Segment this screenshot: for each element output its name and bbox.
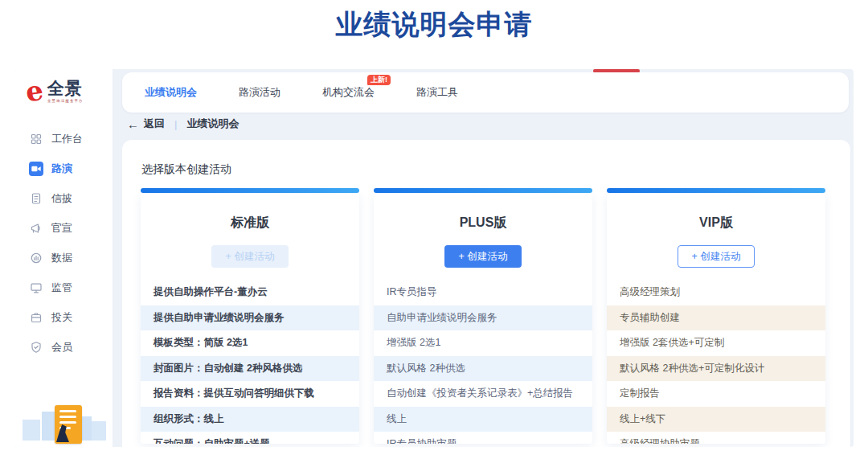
breadcrumb: ← 返回 | 业绩说明会 bbox=[127, 117, 239, 131]
sidebar-item-数据[interactable]: 数据 bbox=[14, 243, 113, 273]
feature-row: IR专员协助审题 bbox=[374, 432, 592, 444]
card-title: PLUS版 bbox=[374, 194, 592, 232]
create-activity-button-标准版: + 创建活动 bbox=[211, 245, 289, 268]
sidebar-item-label: 会员 bbox=[51, 340, 72, 354]
card-top-gradient-bar bbox=[374, 188, 592, 193]
card-body: 标准版+ 创建活动提供自助操作平台-董办云提供自助申请业绩说明会服务模板类型：简… bbox=[141, 194, 359, 444]
feature-row: 高级经理协助审题 bbox=[607, 432, 825, 444]
building-shape bbox=[92, 421, 106, 441]
new-badge: 上新! bbox=[367, 75, 391, 85]
feature-row: 自助申请业绩说明会服务 bbox=[374, 305, 592, 331]
monitor-icon bbox=[29, 281, 43, 295]
sidebar-item-路演[interactable]: 路演 bbox=[14, 154, 113, 183]
feature-row: 封面图片：自动创建 2种风格供选 bbox=[141, 356, 359, 382]
version-card-VIP版: VIP版+ 创建活动高级经理策划专员辅助创建增强版 2套供选+可定制默认风格 2… bbox=[607, 188, 825, 444]
card-title: 标准版 bbox=[141, 194, 359, 232]
sidebar-illustration bbox=[14, 397, 113, 447]
sidebar-item-label: 数据 bbox=[51, 251, 72, 265]
page-title: 业绩说明会申请 bbox=[0, 6, 868, 43]
feature-row: 提供自助操作平台-董办云 bbox=[141, 280, 359, 305]
nav-tab-机构交流会[interactable]: 机构交流会上新! bbox=[322, 85, 375, 100]
sidebar-item-信披[interactable]: 信披 bbox=[14, 183, 113, 213]
nav-tab-路演活动[interactable]: 路演活动 bbox=[239, 85, 280, 100]
sidebar: e 全景 全景路演服务平台 工作台路演信披官宣数据监管投关会员 bbox=[14, 69, 113, 447]
feature-row: 组织形式：线上 bbox=[141, 407, 359, 432]
sidebar-item-工作台[interactable]: 工作台 bbox=[14, 124, 113, 154]
nav-tab-路演工具[interactable]: 路演工具 bbox=[416, 85, 458, 100]
feature-row: 线上 bbox=[374, 407, 592, 432]
sidebar-item-label: 信披 bbox=[51, 191, 72, 206]
video-icon bbox=[29, 162, 43, 176]
feature-row: 默认风格 2种供选+可定制化设计 bbox=[607, 356, 825, 382]
nav-tab-业绩说明会[interactable]: 业绩说明会 bbox=[145, 85, 197, 100]
nav-tab-label: 路演工具 bbox=[416, 86, 458, 98]
feature-row: 模板类型：简版 2选1 bbox=[141, 330, 359, 356]
feature-rows: IR专员指导自助申请业绩说明会服务增强版 2选1默认风格 2种供选自动创建《投资… bbox=[374, 280, 592, 444]
feature-row: 专员辅助创建 bbox=[607, 305, 825, 331]
card-top-gradient-bar bbox=[141, 188, 359, 193]
card-top-gradient-bar bbox=[607, 188, 825, 193]
back-arrow-icon: ← bbox=[127, 117, 139, 131]
create-activity-button-VIP版[interactable]: + 创建活动 bbox=[678, 245, 755, 268]
sidebar-item-label: 官宣 bbox=[51, 221, 72, 236]
grid-icon bbox=[29, 132, 43, 146]
app-window: 业绩说明会路演活动机构交流会上新!路演工具 ← 返回 | 业绩说明会 选择版本创… bbox=[14, 69, 854, 447]
red-e-swirl-icon: e bbox=[24, 78, 45, 105]
breadcrumb-divider: | bbox=[174, 118, 177, 130]
section-title: 选择版本创建活动 bbox=[141, 162, 231, 177]
building-shape bbox=[82, 416, 92, 441]
sidebar-item-官宣[interactable]: 官宣 bbox=[14, 213, 113, 243]
feature-row: 互动问题：自助审题+送题 bbox=[141, 432, 359, 444]
logo-brand: 全景 bbox=[47, 79, 88, 98]
building-shape bbox=[42, 412, 55, 441]
version-card-标准版: 标准版+ 创建活动提供自助操作平台-董办云提供自助申请业绩说明会服务模板类型：简… bbox=[141, 188, 359, 444]
building-shape bbox=[23, 420, 40, 441]
document-icon bbox=[29, 191, 43, 206]
feature-row: 定制报告 bbox=[607, 381, 825, 407]
nav-tab-label: 机构交流会 bbox=[322, 86, 375, 98]
version-cards: 标准版+ 创建活动提供自助操作平台-董办云提供自助申请业绩说明会服务模板类型：简… bbox=[141, 188, 825, 444]
logo: e 全景 全景路演服务平台 bbox=[26, 79, 87, 103]
back-label: 返回 bbox=[144, 117, 165, 131]
feature-row: 自动创建《投资者关系记录表》+总结报告 bbox=[374, 381, 592, 407]
box-icon bbox=[29, 310, 43, 325]
feature-row: IR专员指导 bbox=[374, 280, 592, 305]
shield-icon bbox=[29, 340, 43, 354]
sidebar-item-投关[interactable]: 投关 bbox=[14, 302, 113, 332]
feature-rows: 高级经理策划专员辅助创建增强版 2套供选+可定制默认风格 2种供选+可定制化设计… bbox=[607, 280, 825, 444]
sidebar-item-label: 路演 bbox=[51, 162, 72, 176]
sidebar-item-label: 投关 bbox=[51, 310, 72, 325]
feature-row: 增强版 2套供选+可定制 bbox=[607, 330, 825, 356]
feature-row: 线上+线下 bbox=[607, 407, 825, 432]
feature-row: 默认风格 2种供选 bbox=[374, 356, 592, 382]
nav-tab-label: 业绩说明会 bbox=[145, 86, 197, 98]
logo-tagline: 全景路演服务平台 bbox=[47, 98, 84, 102]
breadcrumb-current: 业绩说明会 bbox=[186, 117, 239, 131]
create-activity-button-PLUS版[interactable]: + 创建活动 bbox=[444, 245, 522, 268]
content-panel: 选择版本创建活动 标准版+ 创建活动提供自助操作平台-董办云提供自助申请业绩说明… bbox=[122, 140, 850, 447]
sidebar-item-label: 工作台 bbox=[51, 132, 83, 146]
card-title: VIP版 bbox=[607, 194, 825, 232]
feature-rows: 提供自助操作平台-董办云提供自助申请业绩说明会服务模板类型：简版 2选1封面图片… bbox=[141, 280, 359, 444]
back-button[interactable]: ← 返回 bbox=[127, 117, 165, 131]
card-body: PLUS版+ 创建活动IR专员指导自助申请业绩说明会服务增强版 2选1默认风格 … bbox=[374, 194, 592, 444]
feature-row: 提供自助申请业绩说明会服务 bbox=[141, 305, 359, 331]
card-body: VIP版+ 创建活动高级经理策划专员辅助创建增强版 2套供选+可定制默认风格 2… bbox=[607, 194, 825, 444]
top-nav-bar: 业绩说明会路演活动机构交流会上新!路演工具 bbox=[122, 72, 849, 113]
feature-row: 增强版 2选1 bbox=[374, 330, 592, 356]
sidebar-item-会员[interactable]: 会员 bbox=[14, 332, 113, 362]
version-card-PLUS版: PLUS版+ 创建活动IR专员指导自助申请业绩说明会服务增强版 2选1默认风格 … bbox=[374, 188, 592, 444]
feature-row: 报告资料：提供互动问答明细供下载 bbox=[141, 381, 359, 407]
sidebar-item-label: 监管 bbox=[51, 281, 72, 295]
megaphone-icon bbox=[29, 221, 43, 236]
feature-row: 高级经理策划 bbox=[607, 280, 825, 305]
sidebar-item-监管[interactable]: 监管 bbox=[14, 273, 113, 302]
nav-tab-label: 路演活动 bbox=[239, 86, 280, 98]
data-globe-icon bbox=[29, 251, 43, 265]
